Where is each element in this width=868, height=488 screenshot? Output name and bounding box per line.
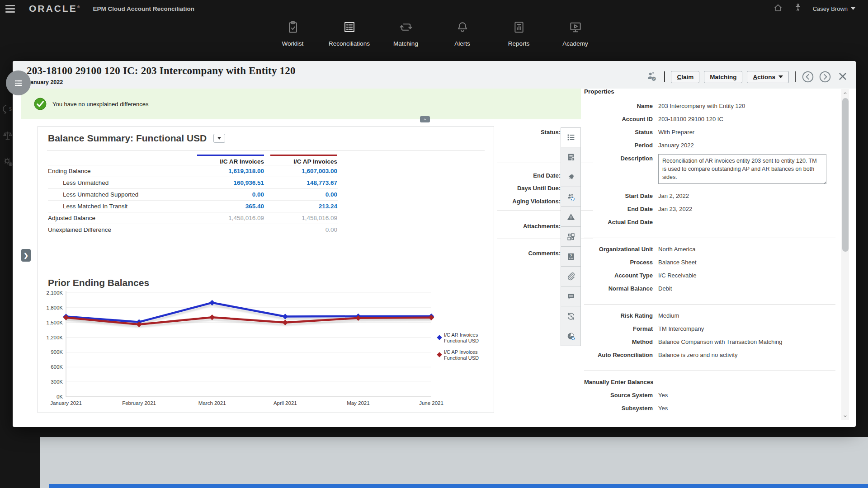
nav-item-matching[interactable]: Matching bbox=[377, 20, 434, 47]
column-header: I/C AR Invoices bbox=[197, 155, 264, 165]
toolbar-attachments-paperclip-icon[interactable] bbox=[561, 267, 581, 286]
field-label: Aging Violations: bbox=[497, 198, 561, 205]
claim-button[interactable]: Claim bbox=[671, 71, 699, 83]
actions-button[interactable]: Actions bbox=[747, 71, 789, 83]
scrollbar-thumb[interactable] bbox=[842, 98, 849, 252]
svg-text:I/C AR Invoices: I/C AR Invoices bbox=[444, 332, 478, 338]
row-label: Less Matched In Transit bbox=[48, 203, 197, 210]
worklist-clipboard-icon bbox=[286, 20, 300, 36]
nav-label: Alerts bbox=[454, 40, 470, 47]
matching-loop-icon bbox=[399, 20, 413, 36]
toolbar-summary-tiles-icon[interactable] bbox=[561, 227, 581, 247]
nav-item-reports[interactable]: Reports bbox=[491, 20, 547, 47]
balance-summary-title: Balance Summary: Functional USD bbox=[48, 133, 225, 144]
field-label: Days Until Due: bbox=[497, 185, 561, 192]
menu-icon[interactable] bbox=[0, 0, 21, 17]
property-label: Method bbox=[584, 338, 653, 345]
prior-ending-balances-chart: 0K300K600K900K1,200K1,500K1,800K2,100KJa… bbox=[44, 289, 488, 409]
row-value[interactable]: 1,619,318.00 bbox=[197, 168, 264, 174]
nav-item-academy[interactable]: Academy bbox=[547, 20, 604, 47]
divider bbox=[584, 304, 835, 305]
property-row: Name 203 Intercompany with Entity 120 bbox=[584, 102, 840, 115]
property-row: Organizational Unit North America bbox=[584, 245, 840, 258]
transactions-icon[interactable]: $ bbox=[2, 103, 14, 115]
scroll-up-icon[interactable] bbox=[841, 89, 849, 97]
svg-text:June 2021: June 2021 bbox=[419, 400, 443, 406]
user-menu[interactable]: Casey Brown bbox=[813, 5, 855, 12]
close-icon[interactable] bbox=[838, 72, 848, 82]
expand-panel-handle[interactable]: ❯ bbox=[21, 249, 31, 262]
svg-text:300K: 300K bbox=[51, 379, 63, 385]
balance-summary-card: Balance Summary: Functional USD I/C AR I… bbox=[38, 126, 494, 413]
table-row: Less Unmatched Supported0.000.00 bbox=[48, 188, 338, 200]
screen: ORACLE® EPM Cloud Account Reconciliation… bbox=[0, 0, 868, 488]
toolbar-instructions-icon[interactable]: ? bbox=[561, 247, 581, 267]
row-label: Unexplained Difference bbox=[48, 226, 197, 233]
description-field[interactable] bbox=[658, 154, 826, 184]
toolbar-time-pie-icon[interactable] bbox=[561, 326, 581, 346]
property-row: Subsystem Yes bbox=[584, 404, 840, 417]
chart-title: Prior Ending Balances bbox=[48, 277, 149, 288]
field-label: Attachments: bbox=[497, 223, 561, 230]
reports-chart-icon bbox=[512, 20, 526, 36]
row-value[interactable]: 1,607,003.00 bbox=[270, 168, 337, 174]
toolbar-workflow-team-icon[interactable] bbox=[561, 187, 581, 207]
next-button[interactable] bbox=[819, 70, 831, 83]
property-row: Auto Reconciliation Balance is zero and … bbox=[584, 351, 840, 364]
reconciliation-list-rail-button[interactable] bbox=[6, 70, 31, 95]
home-icon[interactable] bbox=[773, 3, 783, 14]
toolbar-alert-bell-icon[interactable] bbox=[561, 167, 581, 187]
settings-gear-icon[interactable] bbox=[2, 155, 14, 167]
toolbar-document-info-icon[interactable] bbox=[561, 147, 581, 167]
property-value: Balance Sheet bbox=[658, 258, 697, 266]
top-header-bar: ORACLE® EPM Cloud Account Reconciliation… bbox=[0, 0, 868, 17]
property-value: Medium bbox=[658, 311, 679, 319]
row-value: 1,458,016.09 bbox=[197, 215, 264, 221]
journals-scale-icon[interactable] bbox=[2, 130, 14, 141]
property-value: Yes bbox=[658, 404, 668, 412]
property-label: Account Type bbox=[584, 271, 653, 279]
toolbar-list-view-icon[interactable] bbox=[561, 127, 581, 147]
property-label: Status bbox=[584, 128, 653, 136]
field-label: Comments: bbox=[497, 250, 561, 257]
row-value[interactable]: 148,773.67 bbox=[270, 179, 337, 186]
toolbar-warning-icon[interactable] bbox=[561, 207, 581, 227]
dialog-period: January 2022 bbox=[27, 79, 63, 85]
svg-text:0K: 0K bbox=[57, 394, 63, 399]
property-row: Status With Preparer bbox=[584, 128, 840, 141]
row-value[interactable]: 365.40 bbox=[197, 203, 264, 210]
currency-dropdown-button[interactable] bbox=[213, 134, 225, 143]
property-value: Balance is zero and no activity bbox=[658, 351, 738, 358]
row-value[interactable]: 0.00 bbox=[197, 191, 264, 198]
svg-text:900K: 900K bbox=[51, 349, 63, 355]
property-label: Process bbox=[584, 258, 653, 266]
svg-text:January 2021: January 2021 bbox=[50, 400, 82, 406]
property-row: Process Balance Sheet bbox=[584, 258, 840, 271]
field-label: End Date: bbox=[497, 172, 561, 179]
caret-down-icon bbox=[851, 7, 855, 10]
balance-summary-table: I/C AR InvoicesI/C AP InvoicesEnding Bal… bbox=[48, 155, 338, 235]
nav-item-worklist[interactable]: Worklist bbox=[264, 20, 321, 47]
success-check-icon bbox=[34, 98, 47, 110]
row-value[interactable]: 160,936.51 bbox=[197, 179, 264, 186]
property-label: Name bbox=[584, 102, 653, 109]
toolbar-history-sync-icon[interactable] bbox=[561, 306, 581, 326]
nav-label: Academy bbox=[562, 40, 588, 47]
property-row: Normal Balance Debit bbox=[584, 284, 840, 297]
nav-item-reconciliations[interactable]: Reconciliations bbox=[321, 20, 377, 47]
nav-item-alerts[interactable]: Alerts bbox=[434, 20, 491, 47]
matching-button[interactable]: Matching bbox=[704, 71, 742, 83]
assignee-user-icon[interactable]: ? bbox=[646, 70, 658, 83]
property-row: Risk Rating Medium bbox=[584, 311, 840, 324]
reconciliation-dialog: 203-18100 29100 120 IC: 203 Intercompany… bbox=[13, 61, 856, 427]
row-value[interactable]: 213.24 bbox=[270, 203, 337, 210]
property-label: Start Date bbox=[584, 192, 653, 199]
collapse-banner-button[interactable] bbox=[420, 116, 430, 122]
row-label: Less Unmatched bbox=[48, 179, 197, 186]
property-label: Account ID bbox=[584, 115, 653, 122]
toolbar-comments-bubble-icon[interactable] bbox=[561, 286, 581, 306]
accessibility-icon[interactable] bbox=[793, 3, 803, 14]
previous-button[interactable] bbox=[802, 70, 814, 83]
scroll-down-icon[interactable] bbox=[841, 412, 849, 420]
row-value[interactable]: 0.00 bbox=[270, 191, 337, 198]
